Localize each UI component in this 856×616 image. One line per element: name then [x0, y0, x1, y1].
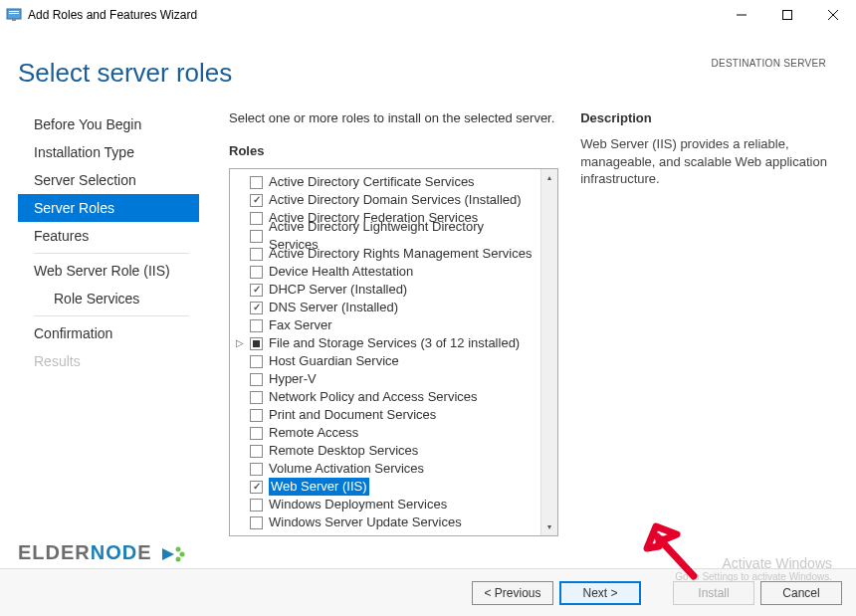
- role-checkbox[interactable]: [250, 355, 263, 368]
- window-title: Add Roles and Features Wizard: [28, 8, 719, 22]
- role-checkbox[interactable]: [250, 373, 263, 386]
- role-label: Device Health Attestation: [269, 263, 413, 281]
- role-row[interactable]: Network Policy and Access Services: [250, 388, 536, 406]
- next-button[interactable]: Next >: [559, 581, 641, 605]
- roles-column: Select one or more roles to install on t…: [229, 110, 558, 536]
- nav-item-server-selection[interactable]: Server Selection: [18, 166, 199, 194]
- scroll-down-button[interactable]: ▾: [541, 518, 557, 535]
- role-label: DNS Server (Installed): [269, 299, 398, 316]
- role-checkbox[interactable]: [250, 248, 263, 261]
- scroll-up-button[interactable]: ▴: [541, 169, 557, 186]
- wizard-main: Select one or more roles to install on t…: [199, 110, 856, 536]
- role-row[interactable]: DHCP Server (Installed): [250, 281, 536, 299]
- nav-item-results: Results: [18, 347, 199, 375]
- destination-server-label: DESTINATION SERVER: [711, 58, 826, 69]
- role-row[interactable]: Volume Activation Services: [250, 460, 536, 478]
- nav-item-features[interactable]: Features: [18, 222, 199, 250]
- role-checkbox[interactable]: [250, 409, 263, 422]
- role-checkbox[interactable]: [250, 212, 263, 225]
- role-label: Remote Access: [269, 424, 358, 442]
- role-checkbox[interactable]: [250, 284, 263, 297]
- svg-rect-3: [12, 19, 16, 21]
- role-row[interactable]: Hyper-V: [250, 370, 536, 388]
- svg-marker-8: [162, 548, 174, 560]
- role-label: DHCP Server (Installed): [269, 281, 407, 299]
- watermark-line1: Activate Windows: [675, 556, 832, 571]
- role-checkbox[interactable]: [250, 481, 263, 494]
- wizard-header: Select server roles DESTINATION SERVER: [0, 30, 856, 89]
- role-label: Volume Activation Services: [269, 460, 424, 478]
- svg-point-11: [176, 556, 181, 561]
- previous-button[interactable]: < Previous: [472, 581, 553, 605]
- svg-rect-1: [9, 11, 19, 12]
- logo-text-3: E: [137, 541, 151, 563]
- role-row[interactable]: Active Directory Rights Management Servi…: [250, 245, 536, 263]
- expander-icon[interactable]: ▷: [236, 334, 244, 352]
- role-row[interactable]: Windows Deployment Services: [250, 496, 536, 513]
- role-label: Network Policy and Access Services: [269, 388, 478, 406]
- nav-item-confirmation[interactable]: Confirmation: [18, 319, 199, 347]
- role-row[interactable]: Host Guardian Service: [250, 352, 536, 370]
- role-checkbox[interactable]: [250, 499, 263, 512]
- role-row[interactable]: Web Server (IIS): [250, 478, 536, 496]
- role-label: File and Storage Services (3 of 12 insta…: [269, 334, 520, 352]
- activate-windows-watermark: Activate Windows Go to Settings to activ…: [675, 556, 832, 582]
- role-checkbox[interactable]: [250, 230, 263, 243]
- role-checkbox[interactable]: [250, 302, 263, 314]
- role-label: Remote Desktop Services: [269, 442, 418, 460]
- role-row[interactable]: Fax Server: [250, 316, 536, 334]
- role-checkbox[interactable]: [250, 516, 263, 529]
- role-label: Active Directory Rights Management Servi…: [269, 245, 532, 263]
- role-checkbox[interactable]: [250, 176, 263, 189]
- nav-item-installation-type[interactable]: Installation Type: [18, 138, 199, 166]
- logo-text-1: ELDER: [18, 541, 91, 563]
- minimize-button[interactable]: [719, 0, 764, 30]
- role-row[interactable]: ▷File and Storage Services (3 of 12 inst…: [250, 334, 536, 352]
- roles-heading: Roles: [229, 143, 558, 158]
- role-row[interactable]: Windows Server Update Services: [250, 513, 536, 531]
- close-button[interactable]: [810, 0, 856, 30]
- role-label: Active Directory Domain Services (Instal…: [269, 191, 522, 209]
- server-manager-icon: [6, 7, 22, 23]
- roles-listbox: Active Directory Certificate ServicesAct…: [229, 168, 558, 536]
- nav-separator: [34, 253, 189, 254]
- role-label: Windows Deployment Services: [269, 496, 447, 513]
- role-row[interactable]: Active Directory Lightweight Directory S…: [250, 227, 536, 245]
- nav-item-server-roles[interactable]: Server Roles: [18, 194, 199, 222]
- roles-list[interactable]: Active Directory Certificate ServicesAct…: [230, 169, 540, 535]
- eldernode-logo: ELDERNODE: [18, 541, 188, 564]
- role-label: Fax Server: [269, 316, 332, 334]
- role-checkbox[interactable]: [250, 337, 263, 350]
- role-checkbox[interactable]: [250, 266, 263, 279]
- role-checkbox[interactable]: [250, 391, 263, 404]
- role-checkbox[interactable]: [250, 445, 263, 458]
- role-row[interactable]: Print and Document Services: [250, 406, 536, 424]
- logo-text-2: NOD: [91, 541, 137, 563]
- page-title: Select server roles: [18, 58, 232, 89]
- scrollbar[interactable]: ▴ ▾: [540, 169, 557, 535]
- role-checkbox[interactable]: [250, 194, 263, 207]
- watermark-line2: Go to Settings to activate Windows.: [675, 571, 832, 582]
- role-row[interactable]: DNS Server (Installed): [250, 299, 536, 316]
- role-row[interactable]: Device Health Attestation: [250, 263, 536, 281]
- svg-point-9: [176, 546, 181, 551]
- nav-item-web-server-role-iis-[interactable]: Web Server Role (IIS): [18, 257, 199, 285]
- nav-item-before-you-begin[interactable]: Before You Begin: [18, 110, 199, 138]
- cancel-button[interactable]: Cancel: [760, 581, 842, 605]
- nav-item-role-services[interactable]: Role Services: [18, 285, 199, 312]
- role-row[interactable]: Remote Desktop Services: [250, 442, 536, 460]
- nav-separator: [34, 315, 189, 316]
- install-button[interactable]: Install: [673, 581, 754, 605]
- role-row[interactable]: Remote Access: [250, 424, 536, 442]
- role-row[interactable]: Active Directory Domain Services (Instal…: [250, 191, 536, 209]
- role-row[interactable]: Active Directory Certificate Services: [250, 173, 536, 191]
- role-label: Host Guardian Service: [269, 352, 399, 370]
- role-checkbox[interactable]: [250, 427, 263, 440]
- role-checkbox[interactable]: [250, 463, 263, 476]
- role-checkbox[interactable]: [250, 319, 263, 332]
- role-label: Active Directory Certificate Services: [269, 173, 475, 191]
- wizard-body: Before You BeginInstallation TypeServer …: [0, 89, 856, 536]
- svg-rect-5: [783, 11, 792, 20]
- maximize-button[interactable]: [764, 0, 810, 30]
- role-label: Hyper-V: [269, 370, 317, 388]
